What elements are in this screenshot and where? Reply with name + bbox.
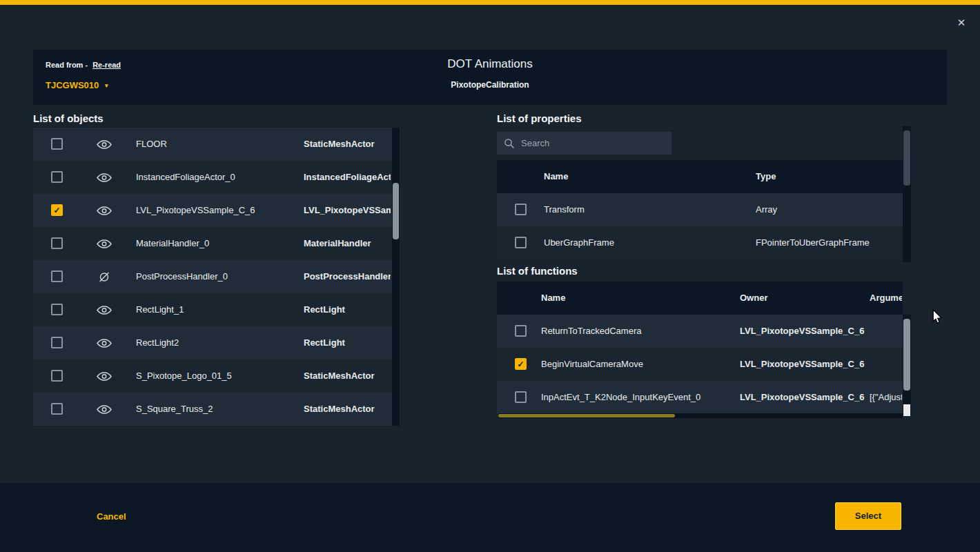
checkbox[interactable] [515,391,527,403]
eye-icon[interactable] [97,338,112,348]
cancel-button[interactable]: Cancel [97,511,126,522]
table-row[interactable]: FLOOR StaticMeshActor [33,128,392,161]
functions-scrollbar[interactable] [903,315,911,415]
object-name: FLOOR [136,128,295,161]
select-button[interactable]: Select [835,502,901,530]
property-name: UberGraphFrame [544,226,744,259]
functions-horizontal-scrollbar-thumb[interactable] [498,414,675,417]
functions-header-row: Name Owner Arguments [497,282,903,315]
function-name: InpActEvt_T_K2Node_InputKeyEvent_0 [541,381,734,414]
property-type: Array [756,193,899,226]
column-header-owner: Owner [740,282,865,315]
eye-icon[interactable] [97,371,112,382]
properties-heading: List of properties [497,112,582,124]
objects-heading: List of objects [33,112,104,124]
function-owner: LVL_PixotopeVSSample_C_6 [740,315,865,348]
page-title: DOT Animations [33,57,947,71]
object-name: PostProcessHandler_0 [136,260,295,293]
object-type: StaticMeshActor [304,128,391,161]
properties-scrollbar[interactable] [903,126,911,262]
eye-icon[interactable] [97,239,112,249]
table-row[interactable]: PostProcessHandler_0 PostProcessHandler [33,260,392,293]
checkbox[interactable] [51,270,63,282]
search-icon [504,138,515,149]
object-type: PostProcessHandler [304,260,391,293]
property-name: Transform [544,193,744,226]
property-type: FPointerToUberGraphFrame [756,226,899,259]
checkbox-checked[interactable]: ✓ [51,204,63,216]
objects-scrollbar-thumb[interactable] [393,183,399,239]
object-type: StaticMeshActor [304,359,391,393]
objects-scrollbar[interactable] [392,128,400,426]
table-row[interactable]: ReturnToTrackedCamera LVL_PixotopeVSSamp… [497,315,903,348]
page-subtitle: PixotopeCalibration [33,80,947,90]
eye-icon[interactable] [97,305,112,315]
eye-icon[interactable] [97,404,112,415]
eye-icon[interactable] [97,172,112,183]
function-arguments: [{"Adjust [870,381,902,414]
checkmark-icon: ✓ [517,359,524,369]
checkbox[interactable] [51,138,63,150]
eye-hidden-icon[interactable] [97,272,112,282]
checkmark-icon: ✓ [53,206,60,215]
brand-top-bar [0,0,980,5]
object-name: S_Square_Truss_2 [136,393,295,426]
dialog-title-block: DOT Animations PixotopeCalibration [33,50,947,90]
checkbox[interactable] [51,304,63,315]
function-name: BeginVirtualCameraMove [541,348,734,381]
eye-icon[interactable] [97,206,112,216]
table-row[interactable]: ✓ LVL_PixotopeVSSample_C_6 LVL_PixotopeV… [33,194,392,227]
properties-scrollbar-thumb[interactable] [903,130,910,186]
column-header-arguments: Arguments [870,282,902,315]
search-input[interactable] [521,138,665,148]
column-header-name: Name [544,160,744,193]
table-row[interactable]: RectLight_1 RectLight [33,293,392,326]
checkbox[interactable] [515,325,527,337]
checkbox[interactable] [515,204,527,215]
checkbox[interactable] [51,337,63,348]
column-header-type: Type [756,160,899,193]
dialog-footer: Cancel Select [0,483,980,552]
scrollbar-corner [903,404,910,416]
checkbox[interactable] [51,403,63,415]
checkbox[interactable] [515,237,527,248]
checkbox[interactable] [51,237,63,249]
function-name: ReturnToTrackedCamera [541,315,734,348]
functions-table: ReturnToTrackedCamera LVL_PixotopeVSSamp… [497,315,903,414]
object-type: MaterialHandler [304,227,391,260]
functions-horizontal-scrollbar[interactable] [498,413,903,418]
object-name: RectLight2 [136,326,295,359]
functions-heading: List of functions [497,265,578,277]
table-row[interactable]: InstancedFoliageActor_0 InstancedFoliage… [33,161,392,194]
object-type: StaticMeshActor [304,393,391,426]
function-owner: LVL_PixotopeVSSample_C_6 [740,381,865,414]
objects-table: FLOOR StaticMeshActor InstancedFoliageAc… [33,128,392,426]
object-name: MaterialHandler_0 [136,227,295,260]
functions-scrollbar-thumb[interactable] [903,319,910,391]
table-row[interactable]: RectLight2 RectLight [33,326,392,359]
object-name: S_Pixotope_Logo_01_5 [136,359,295,393]
eye-icon[interactable] [97,139,112,150]
object-type: RectLight [304,293,391,326]
object-name: LVL_PixotopeVSSample_C_6 [136,194,295,227]
column-header-name: Name [541,282,734,315]
properties-table: Transform Array UberGraphFrame FPointerT… [497,193,903,259]
dialog-header: Read from -Re-read TJCGWS010 ▾ DOT Anima… [33,50,947,105]
table-row[interactable]: S_Square_Truss_2 StaticMeshActor [33,393,392,426]
table-row[interactable]: UberGraphFrame FPointerToUberGraphFrame [497,226,903,259]
checkbox[interactable] [51,171,63,183]
search-box[interactable] [497,132,672,155]
checkbox[interactable] [51,370,63,382]
close-icon[interactable]: ✕ [954,15,969,30]
table-row[interactable]: MaterialHandler_0 MaterialHandler [33,227,392,260]
table-row[interactable]: Transform Array [497,193,903,226]
table-row[interactable]: S_Pixotope_Logo_01_5 StaticMeshActor [33,359,392,393]
checkbox-checked[interactable]: ✓ [515,358,527,370]
table-row[interactable]: InpActEvt_T_K2Node_InputKeyEvent_0 LVL_P… [497,381,903,414]
table-row[interactable]: ✓ BeginVirtualCameraMove LVL_PixotopeVSS… [497,348,903,381]
properties-header-row: Name Type [497,160,903,193]
object-name: RectLight_1 [136,293,295,326]
function-owner: LVL_PixotopeVSSample_C_6 [740,348,865,381]
object-name: InstancedFoliageActor_0 [136,161,295,194]
mouse-cursor [930,309,944,327]
